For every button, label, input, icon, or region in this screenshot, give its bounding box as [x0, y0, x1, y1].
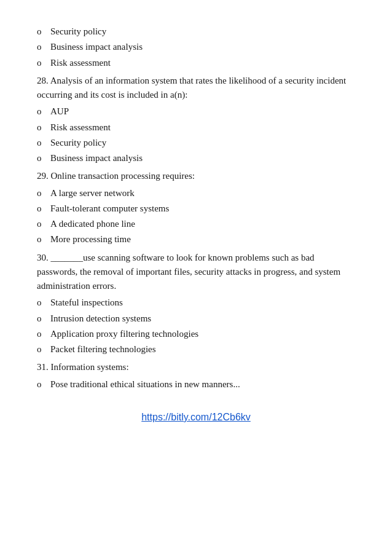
- list-item: o Risk assessment: [37, 120, 355, 135]
- bullet-icon: o: [37, 136, 50, 150]
- list-item-label: Security policy: [50, 136, 355, 150]
- list-item: o A dedicated phone line: [37, 217, 355, 231]
- list-item-label: AUP: [50, 104, 355, 119]
- list-item-label: More processing time: [50, 232, 355, 246]
- list-q31: o Pose traditional ethical situations in…: [37, 377, 355, 392]
- page: o Security policy o Business impact anal…: [0, 0, 392, 555]
- bullet-icon: o: [37, 342, 50, 356]
- list-item: o Stateful inspections: [37, 296, 355, 310]
- list-item: o More processing time: [37, 232, 355, 246]
- list-item-label: Business impact analysis: [50, 40, 355, 54]
- list-item-label: A dedicated phone line: [50, 217, 355, 231]
- question-text: Analysis of an information system that r…: [37, 76, 346, 100]
- bullet-icon: o: [37, 56, 50, 70]
- top-list: o Security policy o Business impact anal…: [37, 25, 355, 70]
- bullet-icon: o: [37, 312, 50, 326]
- list-item: o Pose traditional ethical situations in…: [37, 377, 355, 392]
- list-item-label: Business impact analysis: [50, 151, 355, 165]
- bullet-icon: o: [37, 217, 50, 231]
- bullet-icon: o: [37, 232, 50, 246]
- question-30: 30. _______use scanning software to look…: [37, 251, 355, 294]
- question-number: 31.: [37, 362, 49, 372]
- list-q30: o Stateful inspections o Intrusion detec…: [37, 296, 355, 356]
- question-text: Online transaction processing requires:: [49, 171, 195, 181]
- list-item-label: Risk assessment: [50, 56, 355, 70]
- list-q29: o A large server network o Fault-toleran…: [37, 186, 355, 247]
- list-item-label: Fault-tolerant computer systems: [50, 202, 355, 216]
- list-item-label: Packet filtering technologies: [50, 342, 355, 356]
- list-item: o Packet filtering technologies: [37, 342, 355, 356]
- question-number: 28.: [37, 76, 49, 85]
- list-item: o Intrusion detection systems: [37, 312, 355, 326]
- list-item: o Risk assessment: [37, 56, 355, 70]
- question-number: 29.: [37, 171, 49, 181]
- content-area: o Security policy o Business impact anal…: [37, 25, 355, 425]
- bullet-icon: o: [37, 327, 50, 341]
- list-item-label: Pose traditional ethical situations in n…: [50, 377, 355, 392]
- list-item-label: Stateful inspections: [50, 296, 355, 310]
- list-item: o Security policy: [37, 136, 355, 150]
- list-item: o Application proxy filtering technologi…: [37, 327, 355, 341]
- bullet-icon: o: [37, 25, 50, 39]
- list-item: o Security policy: [37, 25, 355, 39]
- list-item: o Business impact analysis: [37, 40, 355, 54]
- list-item: o Fault-tolerant computer systems: [37, 202, 355, 216]
- question-28: 28. Analysis of an information system th…: [37, 74, 355, 103]
- question-29: 29. Online transaction processing requir…: [37, 169, 355, 183]
- list-item-label: A large server network: [50, 186, 355, 200]
- list-item: o AUP: [37, 104, 355, 119]
- bullet-icon: o: [37, 151, 50, 165]
- bullet-icon: o: [37, 202, 50, 216]
- bullet-icon: o: [37, 186, 50, 200]
- link-section: https://bitly.com/12Cb6kv: [37, 410, 355, 425]
- list-item: o A large server network: [37, 186, 355, 200]
- bullet-icon: o: [37, 377, 50, 392]
- question-text: _______use scanning software to look for…: [37, 253, 340, 291]
- question-text: Information systems:: [49, 362, 129, 372]
- list-item-label: Application proxy filtering technologies: [50, 327, 355, 341]
- bullet-icon: o: [37, 120, 50, 135]
- bullet-icon: o: [37, 40, 50, 54]
- list-item: o Business impact analysis: [37, 151, 355, 165]
- bullet-icon: o: [37, 104, 50, 119]
- external-link[interactable]: https://bitly.com/12Cb6kv: [141, 412, 251, 422]
- list-q28: o AUP o Risk assessment o Security polic…: [37, 104, 355, 165]
- list-item-label: Risk assessment: [50, 120, 355, 135]
- question-31: 31. Information systems:: [37, 360, 355, 374]
- bullet-icon: o: [37, 296, 50, 310]
- question-number: 30.: [37, 253, 49, 262]
- list-item-label: Intrusion detection systems: [50, 312, 355, 326]
- list-item-label: Security policy: [50, 25, 355, 39]
